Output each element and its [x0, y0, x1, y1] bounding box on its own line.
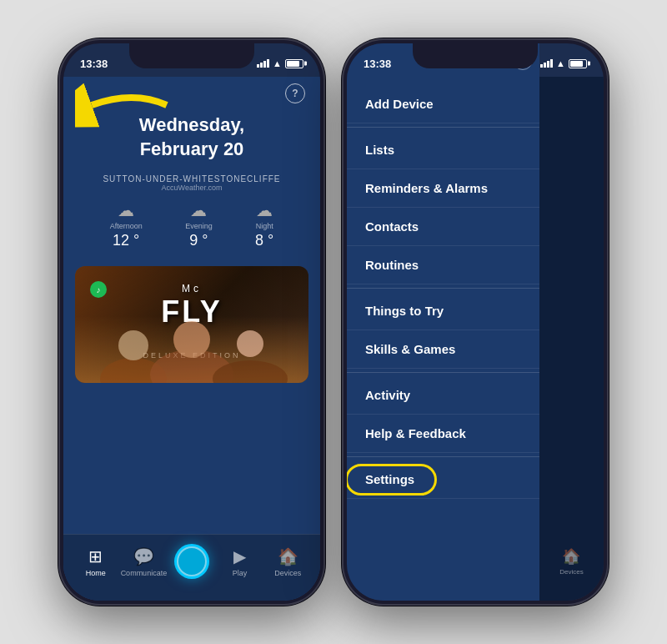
- hamburger-menu[interactable]: ≡: [78, 86, 88, 101]
- weather-night: ☁ Night 8 °: [255, 200, 273, 249]
- nav-communicate[interactable]: 💬 Communicate: [120, 546, 168, 577]
- right-dim-overlay: 🏠 Devices: [539, 77, 604, 601]
- home-label: Home: [86, 569, 106, 577]
- signal-icon-2: [540, 59, 553, 68]
- music-card[interactable]: ♪ Mc FLY DELUXE EDITION: [75, 266, 308, 383]
- music-figures-svg: [75, 308, 308, 383]
- divider-2: [347, 288, 539, 289]
- night-cloud-icon: ☁: [256, 200, 273, 220]
- night-temp: 8 °: [255, 232, 273, 249]
- home-screen-icon: ⊞: [88, 546, 103, 566]
- menu-skills-games[interactable]: Skills & Games: [347, 330, 539, 369]
- menu-activity[interactable]: Activity: [347, 376, 539, 415]
- menu-reminders[interactable]: Reminders & Alarms: [347, 169, 539, 208]
- date-text: Wednesday, February 20: [80, 113, 303, 161]
- alexa-button[interactable]: [174, 544, 209, 579]
- nav-devices[interactable]: 🏠 Devices: [263, 546, 312, 577]
- weather-panels: ☁ Afternoon 12 ° ☁ Evening 9 ° ☁ Night: [80, 192, 303, 253]
- weather-afternoon: ☁ Afternoon 12 °: [110, 200, 143, 249]
- menu-routines[interactable]: Routines: [347, 246, 539, 284]
- menu-contacts[interactable]: Contacts: [347, 208, 539, 246]
- time-2: 13:38: [364, 58, 391, 70]
- weather-source: AccuWeather.com: [80, 184, 303, 192]
- wifi-icon-2: ▲: [556, 58, 565, 68]
- afternoon-label: Afternoon: [110, 222, 143, 230]
- notch: [129, 43, 254, 68]
- header-bar: ≡ ?: [63, 77, 320, 110]
- menu-help-feedback[interactable]: Help & Feedback: [347, 415, 539, 453]
- menu-things-to-try[interactable]: Things to Try: [347, 292, 539, 330]
- battery-icon: [285, 59, 303, 68]
- help-button[interactable]: ?: [285, 83, 305, 103]
- evening-temp: 9 °: [189, 232, 208, 249]
- nav-alexa[interactable]: [168, 544, 216, 579]
- devices-hint: 🏠 Devices: [559, 547, 583, 576]
- play-icon: ▶: [233, 546, 246, 566]
- time-1: 13:38: [80, 58, 108, 70]
- notch-2: [413, 43, 538, 68]
- settings-label: Settings: [365, 472, 414, 486]
- evening-cloud-icon: ☁: [190, 200, 207, 220]
- nav-play[interactable]: ▶ Play: [216, 546, 264, 577]
- status-icons-1: ▲: [257, 58, 303, 68]
- divider-4: [347, 456, 539, 457]
- devices-icon-2: 🏠: [562, 547, 580, 566]
- nav-home[interactable]: ⊞ Home: [72, 546, 120, 577]
- divider-1: [347, 127, 539, 128]
- main-screen: ≡ ? Wednesday, February 20 SUTTON-UNDER-…: [63, 77, 320, 601]
- weather-section: SUTTON-UNDER-WHITESTONECLIFFE AccuWeathe…: [63, 171, 320, 256]
- date-section: Wednesday, February 20: [63, 110, 320, 171]
- communicate-icon: 💬: [133, 546, 154, 566]
- night-label: Night: [256, 222, 273, 230]
- bottom-nav: ⊞ Home 💬 Communicate ▶ Play: [63, 534, 320, 601]
- battery-icon-2: [569, 59, 587, 68]
- devices-label-1: Devices: [274, 569, 301, 577]
- divider-3: [347, 372, 539, 373]
- alexa-ring: [177, 546, 207, 576]
- wifi-icon: ▲: [273, 58, 282, 68]
- afternoon-cloud-icon: ☁: [118, 200, 134, 220]
- phone-1: 13:38 ▲ ≡: [58, 38, 325, 606]
- devices-label-2: Devices: [559, 568, 583, 576]
- menu-add-device[interactable]: Add Device: [347, 85, 539, 123]
- signal-icon: [257, 59, 269, 68]
- phone-2: 13:38 ▲ ?: [342, 38, 609, 606]
- svg-point-5: [237, 330, 263, 357]
- weather-evening: ☁ Evening 9 °: [185, 200, 213, 249]
- devices-icon: 🏠: [278, 546, 298, 566]
- svg-point-3: [118, 330, 148, 360]
- weather-location: SUTTON-UNDER-WHITESTONECLIFFE: [80, 174, 303, 184]
- menu-lists[interactable]: Lists: [347, 131, 539, 169]
- afternoon-temp: 12 °: [113, 232, 139, 249]
- menu-settings[interactable]: Settings: [347, 460, 539, 499]
- side-menu: ? Add Device Lists Reminders & Alarms Co…: [347, 43, 539, 601]
- communicate-label: Communicate: [121, 569, 168, 577]
- svg-point-4: [173, 321, 210, 358]
- evening-label: Evening: [185, 222, 213, 230]
- status-icons-2: ▲: [540, 58, 587, 68]
- play-label: Play: [233, 569, 248, 577]
